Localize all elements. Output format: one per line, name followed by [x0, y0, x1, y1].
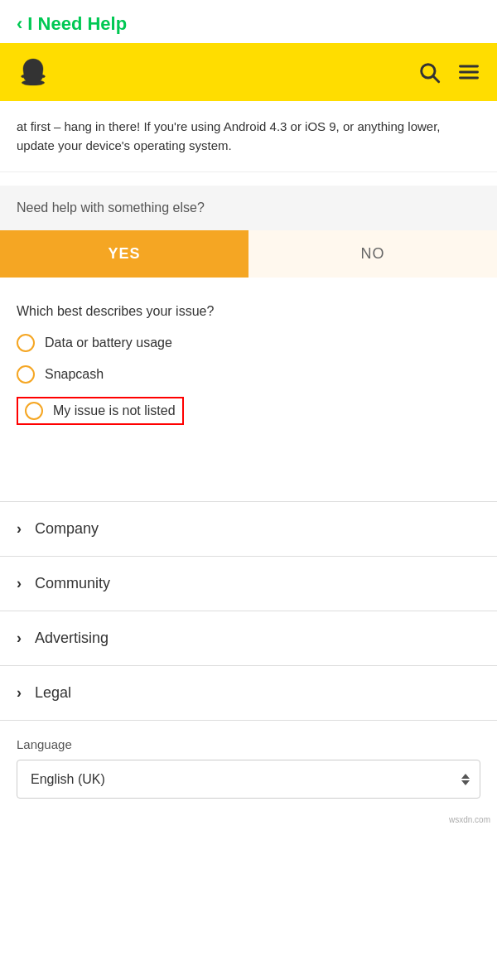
hamburger-icon — [457, 60, 480, 84]
search-button[interactable] — [417, 60, 441, 84]
nav-link-community[interactable]: › Community — [0, 557, 497, 611]
intro-text: at first – hang in there! If you're usin… — [17, 118, 480, 155]
radio-label-1: Data or battery usage — [45, 336, 172, 350]
radio-circle-2 — [17, 365, 35, 384]
watermark: wsxdn.com — [0, 812, 497, 828]
chevron-right-icon-company: › — [17, 520, 22, 538]
language-select[interactable]: English (UK) English (US) Español França… — [17, 760, 480, 798]
nav-link-legal-label: Legal — [35, 684, 71, 702]
help-section: Need help with something else? YES NO — [0, 186, 497, 278]
radio-circle-3 — [25, 402, 43, 420]
language-section: Language English (UK) English (US) Españ… — [0, 721, 497, 812]
language-select-wrapper[interactable]: English (UK) English (US) Español França… — [17, 760, 480, 799]
nav-link-company[interactable]: › Company — [0, 502, 497, 557]
search-icon — [417, 60, 441, 84]
issue-section: Which best describes your issue? Data or… — [0, 291, 497, 451]
radio-label-2: Snapcash — [45, 367, 104, 382]
chevron-right-icon-legal: › — [17, 684, 22, 702]
menu-button[interactable] — [457, 60, 480, 84]
radio-option-2[interactable]: Snapcash — [17, 365, 480, 384]
no-button[interactable]: NO — [248, 230, 497, 278]
yes-no-container: YES NO — [0, 230, 497, 278]
nav-link-advertising[interactable]: › Advertising — [0, 611, 497, 666]
chevron-right-icon-advertising: › — [17, 630, 22, 647]
topbar-actions — [417, 60, 480, 84]
radio-option-1[interactable]: Data or battery usage — [17, 334, 480, 352]
back-button[interactable]: ‹ I Need Help — [17, 13, 480, 35]
yellow-topbar — [0, 43, 497, 101]
issue-question: Which best describes your issue? — [17, 304, 480, 319]
radio-label-3: My issue is not listed — [53, 403, 176, 418]
chevron-left-icon: ‹ — [17, 13, 22, 35]
radio-circle-1 — [17, 334, 35, 352]
page-header: ‹ I Need Help — [0, 0, 497, 43]
nav-link-advertising-label: Advertising — [35, 630, 109, 647]
nav-link-company-label: Company — [35, 520, 99, 538]
need-help-box: Need help with something else? — [0, 186, 497, 230]
intro-text-block: at first – hang in there! If you're usin… — [0, 101, 497, 172]
radio-option-3-highlighted[interactable]: My issue is not listed — [17, 397, 480, 425]
nav-links-section: › Company › Community › Advertising › Le… — [0, 501, 497, 721]
ghost-logo[interactable] — [17, 56, 50, 89]
language-label: Language — [17, 737, 480, 751]
chevron-right-icon-community: › — [17, 575, 22, 592]
snapchat-ghost-icon — [17, 56, 50, 89]
svg-line-1 — [433, 76, 438, 81]
nav-link-community-label: Community — [35, 575, 110, 592]
highlighted-option-wrapper: My issue is not listed — [17, 397, 184, 425]
page-title: I Need Help — [27, 13, 127, 35]
nav-link-legal[interactable]: › Legal — [0, 666, 497, 721]
yes-button[interactable]: YES — [0, 230, 248, 278]
help-question: Need help with something else? — [17, 200, 480, 215]
